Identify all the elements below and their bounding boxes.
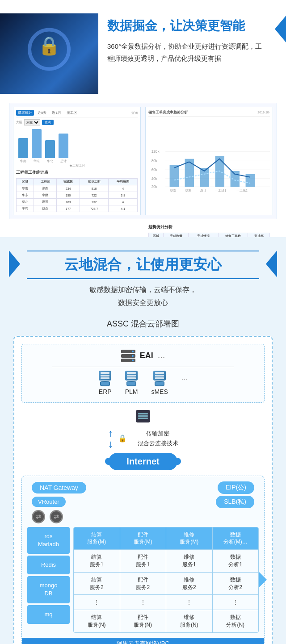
db-column: rdsMariadb Redis mongoDB mq	[27, 527, 70, 633]
svg-text:20k: 20k	[151, 185, 158, 189]
th-hours: 知识工时	[80, 179, 109, 185]
lock-icon: 🔒	[118, 434, 127, 443]
hybrid-desc: 敏感数据加密传输，云端不保存， 数据安全更放心	[9, 284, 277, 309]
svg-text:40k: 40k	[151, 177, 158, 181]
svg-rect-15	[246, 174, 255, 187]
apps-row: ERP PLM	[29, 371, 257, 395]
svc-dot-1: ⋮	[74, 595, 120, 610]
eai-server-icon	[121, 350, 135, 362]
smes-db	[155, 381, 164, 386]
table-title: 工程师工作统计表	[16, 170, 138, 176]
hybrid-desc1: 敏感数据加密传输，云端不保存，	[89, 286, 197, 293]
erp-bar-2	[101, 375, 109, 376]
fw-bar-3	[138, 418, 148, 419]
th-avgweek: 平均每周	[109, 179, 138, 185]
right-panel-title-header: 销售工单完成率趋势分析	[148, 110, 188, 115]
arrow-up-icon: ↑	[108, 428, 114, 439]
bottom-line	[27, 278, 259, 279]
fw-bar-2	[138, 415, 148, 417]
vrouter-slb-row: VRouter SLB(私)	[27, 496, 259, 510]
svg-text:华南: 华南	[170, 189, 176, 192]
eai-label: EAI	[140, 351, 153, 360]
tab-zone[interactable]: 按工区	[65, 110, 79, 116]
erp-bar-1	[101, 372, 109, 374]
transfer-text: 传输加密 混合云连接技术	[138, 429, 178, 448]
svc-2-4: 数据分析2	[213, 573, 259, 595]
bar-label-4: 总计	[60, 159, 67, 163]
svc-dot-3: ⋮	[166, 595, 213, 610]
firewall-icon	[136, 410, 150, 422]
services-table-container: 结算服务(M) 配件服务(M) 维修服务(M) 数据分析(M)… 结算服务1 配…	[73, 527, 259, 633]
transfer-label2: 混合云连接技术	[138, 439, 178, 448]
erp-icon-stack	[99, 371, 111, 386]
smes-label: sMES	[151, 388, 168, 395]
router-icon-1: ⇄	[32, 510, 45, 523]
fw-bar-1	[138, 413, 148, 414]
panel-header-right: 销售工单完成率趋势分析 2019.10-	[148, 110, 270, 117]
server-bar-3	[121, 359, 135, 362]
services-table-wrap: 结算服务(M) 配件服务(M) 维修服务(M) 数据分析(M)… 结算服务1 配…	[73, 527, 259, 633]
content-grid: rdsMariadb Redis mongoDB mq 结算服务(M) 配件服务…	[27, 527, 259, 633]
server-bar-2	[121, 354, 135, 358]
services-row-2: 结算服务2 配件服务2 维修服务2 数据分析2	[74, 573, 258, 595]
firewall-row	[21, 410, 265, 422]
router-icons-row: ⇄ ⇄	[27, 510, 259, 527]
bar-chart: 华南 华东 华北 总计	[16, 128, 138, 163]
apps-dots: ···	[181, 371, 187, 383]
right-table-title: 趋势统计分析	[148, 224, 270, 230]
hybrid-desc2: 数据安全更放心	[118, 299, 168, 306]
bar-group-2: 华东	[32, 129, 42, 163]
svc-h-2: 配件服务(M)	[120, 527, 167, 550]
bar-group-3: 华北	[45, 140, 55, 163]
internet-row: Internet	[21, 453, 265, 470]
svc-h-1: 结算服务(M)	[74, 527, 120, 550]
app-erp: ERP	[99, 371, 112, 395]
services-row-dots: ⋮ ⋮ ⋮ ⋮	[74, 595, 258, 610]
th-region: 区域	[17, 179, 34, 185]
plm-db	[126, 381, 136, 386]
tab-1month[interactable]: 近1月	[50, 110, 63, 116]
dashboard-panel-right: 销售工单完成率趋势分析 2019.10- 120k 80k 60k 40k 20…	[145, 107, 273, 215]
app-plm: PLM	[125, 371, 138, 395]
on-premise-section: EAI ··· ERP	[21, 344, 265, 403]
nat-gateway-box: NAT Gateway	[32, 482, 86, 493]
svg-text:—工线2: —工线2	[236, 189, 248, 192]
bar-label-3: 华北	[47, 159, 53, 163]
th-complete: 完成数	[57, 179, 80, 185]
svc-1-4: 数据分析1	[213, 550, 259, 572]
plm-server-icon	[125, 371, 138, 381]
right-arrow-indicator	[259, 572, 267, 588]
table-row: 华北设置1637324	[17, 199, 138, 205]
table-row: 平均赵磊177725.74.1	[17, 205, 138, 212]
internet-bubble: Internet	[109, 453, 177, 470]
services-row-n: 结算服务(N) 配件服务(N) 维修服务(N) 数据分析(N)	[74, 610, 258, 632]
smes-server-icon	[153, 371, 166, 381]
vpc-label-bar: 阿里云专有网络VPC	[22, 638, 264, 644]
svc-1-1: 结算服务1	[74, 550, 120, 572]
chart-x-label: ★工程工时	[16, 163, 138, 168]
content-grid-wrapper: rdsMariadb Redis mongoDB mq 结算服务(M) 配件服务…	[27, 527, 259, 633]
dashboard-panel-left: 部署统计 近5天 近1月 按工区 查询 大区 本部 查询 华南 华东	[13, 107, 141, 215]
data-text-block: 数据掘金，让决策更智能 360°全景数据分析，协助企业更好进行资源调配，工程师绩…	[98, 13, 277, 69]
erp-db	[100, 381, 110, 386]
bar-group-4: 总计	[59, 134, 68, 163]
circuit-board-image	[0, 13, 98, 94]
triangle-right-icon	[266, 251, 277, 277]
filter-btn[interactable]: 查询	[131, 111, 138, 115]
region-select[interactable]: 本部	[24, 119, 40, 125]
slb-box: SLB(私)	[216, 496, 254, 508]
deployment-diagram: EAI ··· ERP	[13, 336, 273, 644]
server-bar-1	[121, 350, 135, 353]
tab-deploy[interactable]: 部署统计	[16, 110, 34, 116]
tab-5days[interactable]: 近5天	[36, 110, 48, 116]
section1-title: 数据掘金，让决策更智能	[107, 18, 268, 34]
services-row-1: 结算服务1 配件服务1 维修服务1 数据分析1	[74, 550, 258, 573]
eai-separator	[52, 367, 234, 367]
hybrid-title: 云地混合，让使用更安心	[9, 255, 277, 275]
svg-text:60k: 60k	[151, 168, 158, 172]
svc-dot-4: ⋮	[213, 595, 259, 610]
dashboard-area: 部署统计 近5天 近1月 按工区 查询 大区 本部 查询 华南 华东	[9, 103, 277, 219]
bar-4	[59, 134, 68, 158]
smes-bar-2	[155, 375, 164, 376]
query-button[interactable]: 查询	[42, 120, 54, 125]
